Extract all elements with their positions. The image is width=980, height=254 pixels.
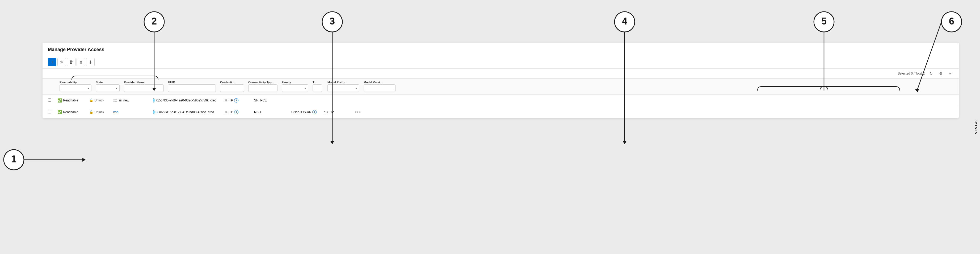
t-label: T... xyxy=(313,81,323,84)
svg-point-8 xyxy=(322,12,342,32)
provider-name-input[interactable] xyxy=(124,85,164,92)
panel-header: Manage Provider Access + ✎ 🗑 ⬆ ⬇ xyxy=(43,43,959,69)
row1-reachability: ✅ Reachable xyxy=(57,98,89,102)
t-filter-cell: T... xyxy=(313,81,323,92)
row2-actions-menu[interactable]: ••• xyxy=(355,110,361,114)
svg-marker-11 xyxy=(330,141,334,144)
model-prefix-label: Model Prefix xyxy=(328,81,360,84)
row2-checkbox-cell xyxy=(48,110,57,114)
family-select[interactable]: ▾ xyxy=(282,85,308,92)
upload-icon: ⬆ xyxy=(79,60,83,65)
model-prefix-chevron: ▾ xyxy=(356,87,357,90)
table-info-bar: Selected 0 / Total 2 ↻ ⚙ ≡ xyxy=(43,69,959,78)
row1-connectivity-info-icon[interactable]: i xyxy=(234,98,239,102)
panel-title: Manage Provider Access xyxy=(48,47,953,53)
plus-icon: + xyxy=(51,60,53,64)
edit-icon: ✎ xyxy=(60,60,64,65)
refresh-icon: ↻ xyxy=(929,71,933,76)
provider-name-label: Provider Name xyxy=(124,81,164,84)
model-version-filter-cell: Model Versi... xyxy=(364,81,396,92)
row2-model-version-text: 7.33.12 xyxy=(323,110,334,114)
connectivity-input[interactable] xyxy=(248,85,277,92)
upload-button[interactable]: ⬆ xyxy=(76,58,85,66)
row1-uuid-info-icon[interactable]: i xyxy=(153,98,154,102)
model-version-label: Model Versi... xyxy=(364,81,396,84)
row1-state-text: Unlock xyxy=(94,99,104,102)
reachability-filter-cell: Reachability ▾ xyxy=(60,81,91,92)
row2-credentials-text: nso_cred xyxy=(201,110,214,114)
download-icon: ⬇ xyxy=(89,60,92,65)
download-button[interactable]: ⬇ xyxy=(86,58,95,66)
unlock-icon: 🔓 xyxy=(89,99,93,102)
svg-text:4: 4 xyxy=(622,16,627,27)
uuid-label: UUID xyxy=(168,81,216,84)
family-chevron: ▾ xyxy=(305,87,306,90)
row2-uuid-info-icon[interactable]: i xyxy=(153,110,154,114)
row2-family: NSO xyxy=(254,110,281,114)
table-row: ✅ Reachable 🔓 Unlock xtc_ui_new i 715c7f… xyxy=(43,94,959,106)
row1-credentials-text: xrv9k_cred xyxy=(201,99,216,102)
credentials-input[interactable] xyxy=(220,85,244,92)
table-row: ✅ Reachable 🔓 Unlock nso i ⬡ a653a15 xyxy=(43,106,959,118)
t-input[interactable] xyxy=(313,85,322,92)
svg-point-0 xyxy=(4,150,24,170)
filter-row: Reachability ▾ State ▾ Provider Name xyxy=(43,78,959,94)
row1-provider-name-text: xtc_ui_new xyxy=(113,99,129,102)
svg-marker-15 xyxy=(623,141,627,144)
row1-provider-name: xtc_ui_new xyxy=(113,99,153,102)
filter-button[interactable]: ≡ xyxy=(947,70,953,77)
row1-family-text: SR_PCE xyxy=(254,99,267,102)
uuid-input[interactable] xyxy=(168,85,216,92)
row2-state-text: Unlock xyxy=(94,110,104,114)
gear-icon: ⚙ xyxy=(939,71,942,76)
model-prefix-select[interactable]: ▾ xyxy=(328,85,360,92)
svg-text:1: 1 xyxy=(11,153,16,165)
toolbar: + ✎ 🗑 ⬆ ⬇ xyxy=(48,56,953,69)
row2-model-prefix-info-icon[interactable]: i xyxy=(312,110,317,114)
provider-name-filter-cell: Provider Name xyxy=(124,81,164,92)
row2-external-link-icon[interactable]: ⬡ xyxy=(156,110,158,114)
reachability-select[interactable]: ▾ xyxy=(60,85,91,92)
row2-family-text: NSO xyxy=(254,110,261,114)
svg-text:3: 3 xyxy=(329,16,335,27)
row2-provider-name: nso xyxy=(113,110,153,114)
row1-checkbox-cell xyxy=(48,98,57,102)
annotation-overlay: 1 2 3 4 5 6 xyxy=(0,0,980,254)
row2-connectivity-info-icon[interactable]: i xyxy=(234,110,239,114)
credentials-label: Credenti... xyxy=(220,81,244,84)
row2-unlock-icon: 🔓 xyxy=(89,110,93,114)
reachability-label: Reachability xyxy=(60,81,91,84)
delete-button[interactable]: 🗑 xyxy=(67,58,75,66)
add-button[interactable]: + xyxy=(48,58,56,66)
row2-model-prefix-text: Cisco-IOS-XR xyxy=(291,110,311,114)
edit-button[interactable]: ✎ xyxy=(57,58,66,66)
svg-point-16 xyxy=(814,12,834,32)
side-label: 521535 xyxy=(974,120,978,134)
reachable-icon: ✅ xyxy=(57,98,62,102)
settings-button[interactable]: ⚙ xyxy=(937,70,944,77)
family-filter-cell: Family ▾ xyxy=(282,81,308,92)
svg-text:2: 2 xyxy=(151,16,157,27)
credentials-filter-cell: Credenti... xyxy=(220,81,244,92)
row1-credentials: xrv9k_cred xyxy=(201,99,225,102)
data-table: ✅ Reachable 🔓 Unlock xtc_ui_new i 715c7f… xyxy=(43,94,959,118)
row1-connectivity: HTTP i xyxy=(225,98,254,102)
row2-checkbox[interactable] xyxy=(48,110,51,113)
row1-family: SR_PCE xyxy=(254,99,281,102)
trash-icon: 🗑 xyxy=(69,60,73,64)
row2-connectivity: HTTP i xyxy=(225,110,254,114)
state-filter-cell: State ▾ xyxy=(96,81,119,92)
uuid-filter-cell: UUID xyxy=(168,81,216,92)
row2-model-version: 7.33.12 xyxy=(323,110,355,114)
row2-uuid-text: a653a15c-8127-41fc-bd08-43ad70818... xyxy=(159,110,201,114)
connectivity-label: Connectivity Typ... xyxy=(248,81,277,84)
svg-point-19 xyxy=(942,12,962,32)
state-select[interactable]: ▾ xyxy=(96,85,119,92)
row1-checkbox[interactable] xyxy=(48,98,51,102)
state-label: State xyxy=(96,81,119,84)
svg-point-4 xyxy=(144,12,164,32)
refresh-button[interactable]: ↻ xyxy=(928,70,934,77)
connectivity-filter-cell: Connectivity Typ... xyxy=(248,81,277,92)
row2-provider-name-link[interactable]: nso xyxy=(113,110,118,114)
model-version-input[interactable] xyxy=(364,85,396,92)
